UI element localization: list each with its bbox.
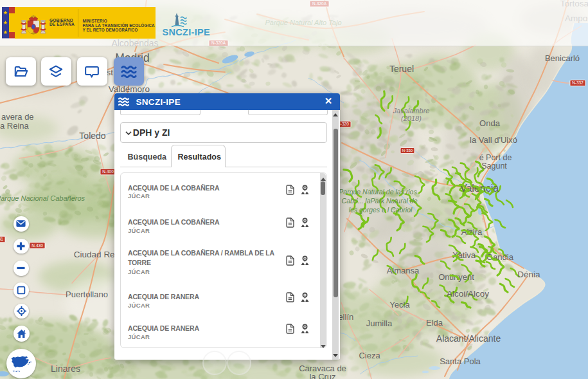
svg-text:Valdemoro: Valdemoro	[109, 84, 150, 94]
svg-text:Yecla: Yecla	[389, 300, 410, 310]
svg-text:Alzira: Alzira	[461, 227, 483, 237]
svg-text:st: st	[107, 68, 114, 77]
svg-text:SNCZI-IPE: SNCZI-IPE	[163, 27, 210, 37]
svg-text:Linares: Linares	[51, 364, 80, 374]
svg-text:Javalambre: Javalambre	[393, 107, 430, 115]
svg-text:el Cabri... laPark Natural de: el Cabri... laPark Natural de	[335, 197, 418, 205]
svg-text:é Port de: é Port de	[479, 153, 512, 162]
svg-text:Cieza: Cieza	[359, 351, 380, 360]
svg-text:N-430: N-430	[31, 243, 43, 248]
svg-text:A-41: A-41	[0, 237, 3, 241]
svg-text:Puertollano: Puertollano	[66, 290, 108, 299]
svg-text:Alcoi/Alcoy: Alcoi/Alcoy	[447, 289, 489, 299]
svg-text:la Vall d'Uixó: la Vall d'Uixó	[470, 135, 517, 145]
svg-text:Dénia: Dénia	[517, 270, 540, 279]
svg-text:Almansa: Almansa	[387, 266, 420, 275]
svg-text:a Reina: a Reina	[0, 121, 30, 131]
svg-text:Teruel: Teruel	[389, 64, 414, 74]
svg-text:Parque Nacional Cabañeros: Parque Nacional Cabañeros	[0, 194, 85, 202]
svg-text:N-332: N-332	[572, 80, 584, 85]
svg-text:Elda: Elda	[426, 318, 443, 328]
svg-text:Parque Natural de las rios: Parque Natural de las rios	[339, 188, 417, 196]
svg-text:les gorges e l Cabriol: les gorges e l Cabriol	[349, 206, 413, 214]
svg-text:Santa Pola: Santa Pola	[440, 356, 481, 366]
svg-text:Benicarló: Benicarló	[545, 53, 580, 63]
svg-text:N-330: N-330	[402, 149, 413, 153]
svg-text:la Cruz: la Cruz	[309, 372, 335, 379]
svg-text:(2018): (2018)	[401, 115, 422, 122]
svg-text:Sagunt: Sagunt	[481, 162, 507, 171]
svg-text:Jumilla: Jumilla	[366, 319, 393, 328]
svg-text:Alacant/Alicante: Alacant/Alicante	[436, 333, 501, 344]
svg-text:Onda: Onda	[479, 118, 501, 128]
svg-text:avera de: avera de	[1, 112, 34, 122]
svg-text:N-400: N-400	[102, 169, 114, 174]
svg-text:Toledo: Toledo	[79, 131, 105, 141]
